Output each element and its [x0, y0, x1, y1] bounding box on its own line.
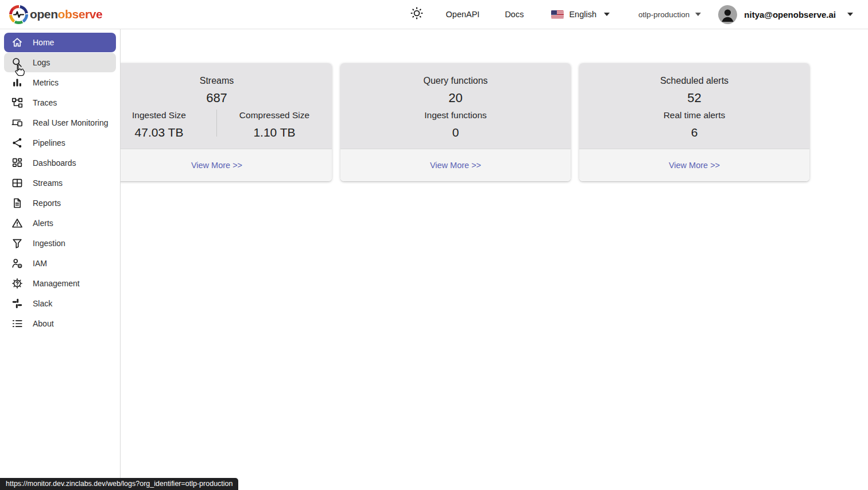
streams-view-more-link[interactable]: View More >>	[191, 161, 242, 170]
functions-summary-card: Query functions 20 Ingest functions 0 Vi…	[340, 63, 571, 181]
logo-wordmark: openobserve	[30, 7, 102, 21]
funnel-icon	[10, 236, 24, 250]
sidebar-item-label: Ingestion	[33, 239, 65, 248]
warning-triangle-icon	[10, 216, 24, 230]
user-menu[interactable]: nitya@openobserve.ai	[718, 5, 853, 24]
sidebar-item-label: Pipelines	[33, 138, 65, 147]
sidebar-item-label: About	[33, 319, 54, 328]
table-icon	[10, 176, 24, 190]
ingest-functions-label: Ingest functions	[340, 107, 571, 124]
card-primary-value: 52	[579, 90, 809, 107]
trace-graph-icon	[10, 96, 24, 110]
bar-chart-icon	[10, 76, 24, 90]
card-primary-value: 687	[121, 90, 332, 107]
openobserve-logo: openobserve	[9, 5, 102, 24]
sidebar-item-pipelines[interactable]: Pipelines	[4, 133, 116, 153]
sidebar-item-real-user-monitoring[interactable]: Real User Monitoring	[4, 113, 116, 133]
sidebar-item-label: Reports	[33, 199, 61, 208]
alerts-summary-card: Scheduled alerts 52 Real time alerts 6 V…	[579, 63, 809, 181]
devices-monitor-icon	[10, 116, 24, 130]
sidebar-item-label: Traces	[33, 98, 57, 107]
home-icon	[10, 36, 24, 49]
search-icon	[10, 56, 24, 69]
real-time-alerts-label: Real time alerts	[579, 107, 809, 124]
sidebar-item-ingestion[interactable]: Ingestion	[4, 234, 116, 253]
sidebar-item-label: Logs	[33, 58, 50, 67]
summary-cards-row: Streams 687 Ingested Size 47.03 TB Compr…	[121, 29, 868, 181]
chevron-down-icon	[847, 13, 853, 16]
functions-view-more-link[interactable]: View More >>	[430, 161, 481, 170]
sidebar-item-alerts[interactable]: Alerts	[4, 213, 116, 233]
streams-summary-card: Streams 687 Ingested Size 47.03 TB Compr…	[121, 63, 332, 181]
avatar-person-icon	[718, 5, 737, 24]
gear-question-icon	[10, 277, 24, 290]
slack-icon	[10, 297, 24, 310]
theme-toggle-button[interactable]	[409, 6, 424, 23]
browser-status-bar-url: https://monitor.dev.zinclabs.dev/web/log…	[0, 478, 238, 490]
chevron-down-icon	[604, 13, 610, 16]
sidebar-item-reports[interactable]: Reports	[4, 193, 116, 213]
language-selector[interactable]: English	[551, 10, 610, 19]
sidebar-item-label: Management	[33, 279, 80, 288]
sidebar-item-dashboards[interactable]: Dashboards	[4, 153, 116, 173]
sidebar-item-label: Home	[33, 38, 54, 47]
document-icon	[10, 196, 24, 210]
organization-selector[interactable]: otlp-production	[638, 10, 701, 19]
sidebar-item-about[interactable]: About	[4, 314, 116, 333]
sidebar-item-home[interactable]: Home	[4, 33, 116, 52]
sidebar-item-label: Alerts	[33, 219, 53, 228]
sidebar-item-iam[interactable]: IAM	[4, 254, 116, 273]
openapi-link[interactable]: OpenAPI	[446, 10, 480, 19]
ingested-size-stat: Ingested Size 47.03 TB	[121, 107, 216, 141]
card-title: Streams	[121, 72, 332, 90]
share-nodes-icon	[10, 136, 24, 150]
sidebar-item-traces[interactable]: Traces	[4, 93, 116, 112]
sidebar-item-label: Streams	[33, 178, 63, 188]
sidebar-nav: Home Logs Metrics Traces Real User Monit…	[0, 29, 121, 490]
sun-icon	[409, 6, 424, 23]
list-icon	[10, 317, 24, 330]
user-gear-icon	[10, 256, 24, 270]
sidebar-item-metrics[interactable]: Metrics	[4, 73, 116, 92]
card-title: Query functions	[340, 72, 571, 90]
sidebar-item-management[interactable]: Management	[4, 274, 116, 293]
top-header: openobserve OpenAPI Docs	[0, 0, 868, 29]
sidebar-item-streams[interactable]: Streams	[4, 173, 116, 193]
compressed-size-stat: Compressed Size 1.10 TB	[217, 107, 332, 141]
real-time-alerts-value: 6	[579, 124, 809, 141]
sidebar-item-label: Real User Monitoring	[33, 118, 108, 127]
us-flag-icon	[551, 10, 564, 18]
card-title: Scheduled alerts	[579, 72, 809, 90]
sidebar-item-slack[interactable]: Slack	[4, 294, 116, 313]
sidebar-item-label: IAM	[33, 259, 47, 268]
docs-link[interactable]: Docs	[505, 10, 524, 19]
chevron-down-icon	[695, 13, 701, 16]
sidebar-item-label: Dashboards	[33, 158, 76, 168]
sidebar-item-logs[interactable]: Logs	[4, 53, 116, 72]
card-primary-value: 20	[340, 90, 571, 107]
ingest-functions-value: 0	[340, 124, 571, 141]
sidebar-item-label: Slack	[33, 299, 52, 308]
sidebar-item-label: Metrics	[33, 78, 59, 87]
openobserve-pulse-logo	[9, 5, 28, 24]
dashboard-grid-icon	[10, 156, 24, 170]
main-content: Streams 687 Ingested Size 47.03 TB Compr…	[121, 29, 868, 490]
alerts-view-more-link[interactable]: View More >>	[669, 161, 720, 170]
